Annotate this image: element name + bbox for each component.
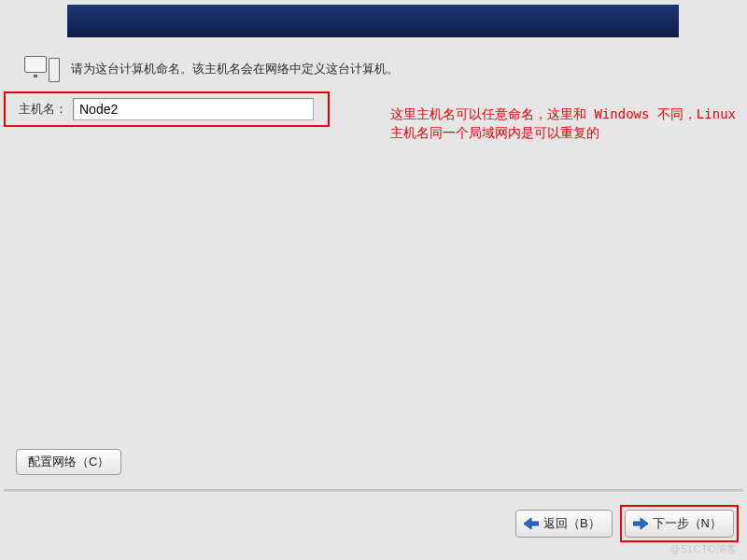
annotation-text: 这里主机名可以任意命名，这里和 Windows 不同，Linux 主机名同一个局…: [390, 105, 736, 143]
next-button-highlight: 下一步（N）: [620, 505, 739, 542]
watermark: @51CTO博客: [670, 542, 738, 556]
header-banner: [67, 5, 679, 37]
configure-network-button[interactable]: 配置网络（C）: [16, 449, 121, 475]
nav-button-bar: 返回（B） 下一步（N）: [515, 505, 739, 542]
svg-marker-0: [524, 518, 539, 529]
hostname-field-group: 主机名：: [4, 91, 330, 127]
hostname-label: 主机名：: [19, 101, 67, 118]
back-button[interactable]: 返回（B）: [515, 510, 613, 538]
next-button[interactable]: 下一步（N）: [625, 510, 734, 538]
instruction-row: 请为这台计算机命名。该主机名会在网络中定义这台计算机。: [24, 54, 399, 84]
computer-icon: [24, 54, 62, 84]
instruction-text: 请为这台计算机命名。该主机名会在网络中定义这台计算机。: [71, 61, 399, 77]
arrow-right-icon: [633, 517, 648, 530]
next-button-label: 下一步（N）: [653, 515, 722, 532]
arrow-left-icon: [524, 517, 539, 530]
svg-marker-1: [633, 518, 648, 529]
back-button-label: 返回（B）: [543, 515, 600, 532]
separator: [4, 489, 743, 493]
hostname-input[interactable]: [73, 98, 314, 120]
